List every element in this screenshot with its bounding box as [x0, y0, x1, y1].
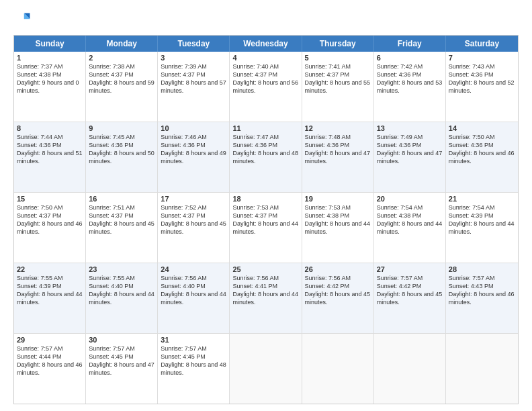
header-day-wednesday: Wednesday — [230, 36, 302, 52]
day-cell-21: 21Sunrise: 7:54 AMSunset: 4:39 PMDayligh… — [446, 193, 518, 263]
header-day-saturday: Saturday — [446, 36, 518, 52]
sunset-text: Sunset: 4:36 PM — [449, 71, 515, 79]
day-cell-22: 22Sunrise: 7:55 AMSunset: 4:39 PMDayligh… — [14, 263, 86, 333]
sunset-text: Sunset: 4:36 PM — [17, 141, 83, 149]
sunset-text: Sunset: 4:36 PM — [377, 71, 443, 79]
sunset-text: Sunset: 4:44 PM — [17, 353, 83, 361]
daylight-text: Daylight: 8 hours and 59 minutes. — [89, 79, 154, 95]
daylight-text: Daylight: 8 hours and 44 minutes. — [232, 220, 298, 236]
empty-cell — [374, 334, 446, 404]
sunrise-text: Sunrise: 7:57 AM — [17, 345, 83, 353]
header-day-friday: Friday — [374, 36, 446, 52]
day-number: 12 — [305, 124, 371, 132]
daylight-text: Daylight: 8 hours and 47 minutes. — [89, 361, 154, 377]
day-number: 15 — [17, 195, 83, 203]
daylight-text: Daylight: 8 hours and 46 minutes. — [17, 220, 83, 236]
sunrise-text: Sunrise: 7:49 AM — [377, 133, 443, 141]
sunset-text: Sunset: 4:42 PM — [377, 282, 443, 290]
daylight-text: Daylight: 9 hours and 0 minutes. — [17, 79, 83, 95]
day-number: 11 — [232, 124, 298, 132]
daylight-text: Daylight: 8 hours and 44 minutes. — [232, 290, 298, 306]
daylight-text: Daylight: 8 hours and 47 minutes. — [305, 149, 371, 165]
header — [13, 11, 519, 30]
sunset-text: Sunset: 4:43 PM — [449, 282, 515, 290]
daylight-text: Daylight: 8 hours and 53 minutes. — [377, 79, 443, 95]
daylight-text: Daylight: 8 hours and 44 minutes. — [161, 290, 226, 306]
day-number: 28 — [449, 265, 515, 273]
day-cell-31: 31Sunrise: 7:57 AMSunset: 4:45 PMDayligh… — [158, 334, 230, 404]
sunrise-text: Sunrise: 7:44 AM — [17, 133, 83, 141]
day-cell-3: 3Sunrise: 7:39 AMSunset: 4:37 PMDaylight… — [158, 52, 230, 122]
day-cell-27: 27Sunrise: 7:57 AMSunset: 4:42 PMDayligh… — [374, 263, 446, 333]
day-number: 30 — [89, 336, 154, 344]
page: SundayMondayTuesdayWednesdayThursdayFrid… — [0, 0, 532, 411]
sunrise-text: Sunrise: 7:43 AM — [449, 62, 515, 71]
daylight-text: Daylight: 8 hours and 44 minutes. — [377, 220, 443, 236]
daylight-text: Daylight: 8 hours and 56 minutes. — [232, 79, 298, 95]
sunset-text: Sunset: 4:42 PM — [305, 282, 371, 290]
daylight-text: Daylight: 8 hours and 52 minutes. — [449, 79, 515, 95]
sunset-text: Sunset: 4:36 PM — [232, 141, 298, 149]
calendar-row-4: 22Sunrise: 7:55 AMSunset: 4:39 PMDayligh… — [14, 263, 518, 334]
sunset-text: Sunset: 4:37 PM — [161, 212, 226, 220]
day-cell-5: 5Sunrise: 7:41 AMSunset: 4:37 PMDaylight… — [302, 52, 374, 122]
sunrise-text: Sunrise: 7:54 AM — [377, 203, 443, 212]
sunrise-text: Sunrise: 7:55 AM — [17, 274, 83, 282]
day-number: 27 — [377, 265, 443, 273]
day-number: 22 — [17, 265, 83, 273]
day-number: 10 — [161, 124, 226, 132]
daylight-text: Daylight: 8 hours and 55 minutes. — [305, 79, 371, 95]
sunset-text: Sunset: 4:45 PM — [161, 353, 226, 361]
calendar-row-1: 1Sunrise: 7:37 AMSunset: 4:38 PMDaylight… — [14, 52, 518, 122]
day-cell-18: 18Sunrise: 7:53 AMSunset: 4:37 PMDayligh… — [230, 193, 302, 263]
header-day-sunday: Sunday — [14, 36, 86, 52]
day-cell-28: 28Sunrise: 7:57 AMSunset: 4:43 PMDayligh… — [446, 263, 518, 333]
day-cell-15: 15Sunrise: 7:50 AMSunset: 4:37 PMDayligh… — [14, 193, 86, 263]
day-cell-25: 25Sunrise: 7:56 AMSunset: 4:41 PMDayligh… — [230, 263, 302, 333]
sunset-text: Sunset: 4:37 PM — [161, 71, 226, 79]
sunrise-text: Sunrise: 7:53 AM — [232, 203, 298, 212]
daylight-text: Daylight: 8 hours and 46 minutes. — [449, 149, 515, 165]
sunrise-text: Sunrise: 7:54 AM — [449, 203, 515, 212]
day-number: 9 — [89, 124, 154, 132]
day-number: 25 — [232, 265, 298, 273]
sunrise-text: Sunrise: 7:46 AM — [161, 133, 226, 141]
day-number: 4 — [232, 54, 298, 62]
sunset-text: Sunset: 4:36 PM — [305, 141, 371, 149]
sunset-text: Sunset: 4:36 PM — [449, 141, 515, 149]
day-number: 24 — [161, 265, 226, 273]
sunset-text: Sunset: 4:45 PM — [89, 353, 154, 361]
daylight-text: Daylight: 8 hours and 44 minutes. — [17, 290, 83, 306]
day-number: 5 — [305, 54, 371, 62]
calendar-header: SundayMondayTuesdayWednesdayThursdayFrid… — [14, 36, 518, 52]
sunrise-text: Sunrise: 7:56 AM — [161, 274, 226, 282]
day-number: 7 — [449, 54, 515, 62]
daylight-text: Daylight: 8 hours and 48 minutes. — [161, 361, 226, 377]
day-number: 3 — [161, 54, 226, 62]
day-cell-23: 23Sunrise: 7:55 AMSunset: 4:40 PMDayligh… — [86, 263, 158, 333]
day-cell-29: 29Sunrise: 7:57 AMSunset: 4:44 PMDayligh… — [14, 334, 86, 404]
calendar-row-5: 29Sunrise: 7:57 AMSunset: 4:44 PMDayligh… — [14, 334, 518, 404]
day-number: 29 — [17, 336, 83, 344]
sunrise-text: Sunrise: 7:51 AM — [89, 203, 154, 212]
day-cell-12: 12Sunrise: 7:48 AMSunset: 4:36 PMDayligh… — [302, 122, 374, 192]
day-number: 21 — [449, 195, 515, 203]
sunrise-text: Sunrise: 7:39 AM — [161, 62, 226, 71]
sunset-text: Sunset: 4:37 PM — [89, 212, 154, 220]
daylight-text: Daylight: 8 hours and 44 minutes. — [305, 220, 371, 236]
day-cell-30: 30Sunrise: 7:57 AMSunset: 4:45 PMDayligh… — [86, 334, 158, 404]
sunset-text: Sunset: 4:39 PM — [449, 212, 515, 220]
day-cell-19: 19Sunrise: 7:53 AMSunset: 4:38 PMDayligh… — [302, 193, 374, 263]
day-cell-14: 14Sunrise: 7:50 AMSunset: 4:36 PMDayligh… — [446, 122, 518, 192]
sunset-text: Sunset: 4:37 PM — [89, 71, 154, 79]
day-cell-11: 11Sunrise: 7:47 AMSunset: 4:36 PMDayligh… — [230, 122, 302, 192]
day-cell-16: 16Sunrise: 7:51 AMSunset: 4:37 PMDayligh… — [86, 193, 158, 263]
day-cell-20: 20Sunrise: 7:54 AMSunset: 4:38 PMDayligh… — [374, 193, 446, 263]
sunrise-text: Sunrise: 7:47 AM — [232, 133, 298, 141]
sunrise-text: Sunrise: 7:55 AM — [89, 274, 154, 282]
sunrise-text: Sunrise: 7:57 AM — [377, 274, 443, 282]
daylight-text: Daylight: 8 hours and 46 minutes. — [449, 290, 515, 306]
daylight-text: Daylight: 8 hours and 45 minutes. — [89, 220, 154, 236]
sunrise-text: Sunrise: 7:57 AM — [89, 345, 154, 353]
daylight-text: Daylight: 8 hours and 45 minutes. — [377, 290, 443, 306]
